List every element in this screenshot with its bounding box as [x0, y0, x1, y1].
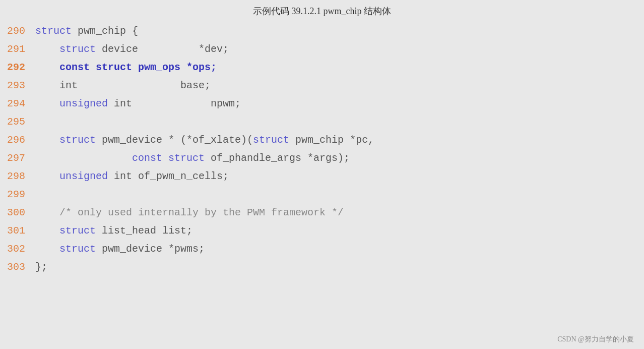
token: *ops; — [186, 62, 217, 73]
line-number: 297 — [5, 150, 35, 166]
token: unsigned — [35, 170, 114, 182]
token: const — [132, 152, 168, 164]
token: unsigned — [35, 98, 114, 109]
line-content: struct pwm_device *pwms; — [35, 241, 205, 257]
token: int npwm; — [114, 98, 241, 109]
line-number: 290 — [5, 23, 35, 39]
token: /* only used internally by the PWM frame… — [35, 207, 344, 218]
token: struct — [253, 134, 295, 146]
line-number: 294 — [5, 96, 35, 112]
token: struct — [35, 43, 102, 55]
token — [35, 152, 132, 164]
line-number: 299 — [5, 187, 35, 203]
token: pwm_chip { — [78, 25, 138, 37]
line-number: 298 — [5, 168, 35, 185]
code-line: 297 const struct of_phandle_args *args); — [5, 150, 639, 168]
watermark: CSDN @努力自学的小夏 — [557, 335, 634, 344]
token: list_head list; — [102, 225, 192, 237]
token: pwm_ops — [138, 62, 186, 73]
token: struct — [35, 225, 102, 237]
line-number: 301 — [5, 223, 35, 239]
line-content: struct pwm_chip { — [35, 23, 138, 39]
line-content: unsigned int npwm; — [35, 96, 241, 112]
token: of_phandle_args *args); — [211, 152, 350, 164]
code-line: 301 struct list_head list; — [5, 223, 639, 241]
line-number: 303 — [5, 259, 35, 275]
code-block: 290struct pwm_chip {291 struct device *d… — [0, 23, 644, 277]
code-line: 298 unsigned int of_pwm_n_cells; — [5, 168, 639, 187]
token: *dev; — [199, 43, 229, 55]
line-number: 300 — [5, 205, 35, 221]
code-line: 292 const struct pwm_ops *ops; — [5, 60, 639, 78]
code-line: 294 unsigned int npwm; — [5, 96, 639, 114]
code-line: 299 — [5, 187, 639, 205]
token: struct — [35, 25, 78, 37]
line-number: 292 — [5, 60, 35, 76]
line-content: struct list_head list; — [35, 223, 192, 239]
token: struct — [35, 134, 102, 146]
token: struct — [35, 243, 102, 255]
line-number: 302 — [5, 241, 35, 257]
token: }; — [35, 261, 47, 273]
line-content: }; — [35, 259, 47, 275]
token: int base; — [35, 80, 211, 91]
line-number: 293 — [5, 78, 35, 94]
line-content: int base; — [35, 78, 211, 94]
line-content: const struct of_phandle_args *args); — [35, 150, 350, 166]
token: struct — [96, 62, 138, 73]
code-line: 296 struct pwm_device * (*of_xlate)(stru… — [5, 132, 639, 150]
line-content: /* only used internally by the PWM frame… — [35, 205, 344, 221]
code-line: 293 int base; — [5, 78, 639, 96]
line-number: 291 — [5, 41, 35, 57]
line-content: struct device *dev; — [35, 41, 229, 57]
code-line: 295 — [5, 114, 639, 132]
token: pwm_device * (*of_xlate)( — [102, 134, 253, 146]
line-content: struct pwm_device * (*of_xlate)(struct p… — [35, 132, 374, 148]
token: pwm_device *pwms; — [102, 243, 205, 255]
code-line: 290struct pwm_chip { — [5, 23, 639, 41]
main-container: 示例代码 39.1.2.1 pwm_chip 结构体 290struct pwm… — [0, 0, 644, 349]
token: const — [35, 62, 96, 73]
line-content: const struct pwm_ops *ops; — [35, 60, 217, 76]
token: device — [102, 43, 199, 55]
token: pwm_chip *pc, — [295, 134, 374, 146]
token: int of_pwm_n_cells; — [114, 170, 229, 182]
line-number: 296 — [5, 132, 35, 148]
code-line: 302 struct pwm_device *pwms; — [5, 241, 639, 259]
code-line: 300 /* only used internally by the PWM f… — [5, 205, 639, 223]
code-line: 291 struct device *dev; — [5, 41, 639, 60]
page-title: 示例代码 39.1.2.1 pwm_chip 结构体 — [0, 5, 644, 17]
code-line: 303}; — [5, 259, 639, 277]
line-number: 295 — [5, 114, 35, 130]
line-content: unsigned int of_pwm_n_cells; — [35, 168, 229, 185]
token: struct — [168, 152, 211, 164]
